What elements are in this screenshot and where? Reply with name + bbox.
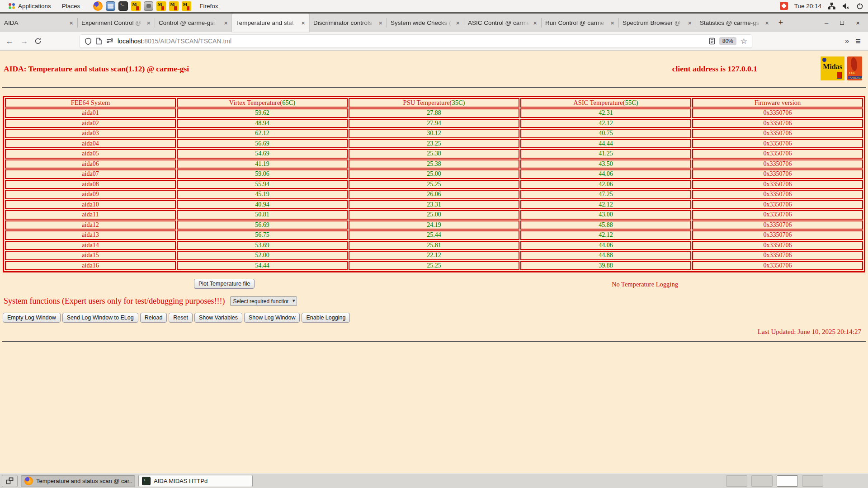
volume-muted-icon[interactable] [842,2,850,10]
browser-tab-2[interactable]: Experiment Control @× [77,14,155,32]
network-icon[interactable] [828,2,835,10]
cell-name: aida02 [5,119,176,128]
show-log-window-button[interactable]: Show Log Window [244,313,300,323]
browser-tab-8[interactable]: Run Control @ carme× [541,14,618,32]
cell-asic: 43.00 [520,210,691,220]
table-row: aida0945.1926.0647.250x3350706 [5,190,863,199]
cell-psu: 25.38 [349,149,519,159]
tab-close-icon[interactable]: × [456,19,460,26]
url-text[interactable]: localhost:8015/AIDA/TSCAN/TSCAN.tml [118,38,705,45]
back-button[interactable]: ← [5,37,14,45]
browser-tab-10[interactable]: Statistics @ carme-gs× [696,14,773,32]
browser-tab-5[interactable]: Discriminator controls× [309,14,387,32]
midas-launcher-icon[interactable] [182,1,191,11]
reader-mode-icon[interactable] [709,38,715,45]
tab-close-icon[interactable]: × [69,19,73,26]
system-function-select[interactable]: Select required function [230,296,297,306]
site-permissions-icon[interactable] [106,38,113,44]
tcl-powered-logo: TCL POWERED [847,56,862,80]
midas-launcher-icon[interactable] [169,1,179,11]
terminal-launcher-icon[interactable] [118,1,128,11]
table-row: aida0159.6227.8842.310x3350706 [5,108,863,118]
tab-close-icon[interactable]: × [688,19,692,26]
firefox-launcher-icon[interactable] [93,1,103,11]
cell-name: aida15 [5,251,176,260]
tab-close-icon[interactable]: × [301,19,305,26]
taskbar-task-2[interactable]: AIDA MIDAS HTTPd [138,475,253,487]
clock[interactable]: Tue 20:14 [794,3,821,9]
cell-psu: 27.94 [349,119,519,128]
workspace-2[interactable] [751,475,773,487]
reset-button[interactable]: Reset [169,313,193,323]
show-desktop-button[interactable] [2,475,18,487]
maximize-button[interactable] [840,21,844,25]
cell-psu: 23.25 [349,139,519,149]
cell-psu: 30.12 [349,129,519,138]
workspace-4[interactable] [802,475,823,487]
new-tab-button[interactable]: + [773,14,788,32]
midas-launcher-icon[interactable] [131,1,141,11]
cell-asic: 44.88 [520,251,691,260]
notification-icon[interactable] [780,2,788,10]
empty-log-window-button[interactable]: Empty Log Window [3,313,61,323]
cell-firmware: 0x3350706 [692,251,863,260]
url-bar[interactable]: localhost:8015/AIDA/TSCAN/TSCAN.tml 80% … [80,34,752,48]
cell-asic: 43.50 [520,160,691,169]
browser-tab-7[interactable]: ASIC Control @ carme× [464,14,541,32]
cell-psu: 23.31 [349,200,519,210]
page-info-icon[interactable] [96,38,102,45]
tab-label: Discriminator controls [313,19,377,26]
zoom-level-badge[interactable]: 80% [719,37,736,45]
reload-button[interactable]: Reload [140,313,167,323]
workspace-3-current[interactable] [777,475,798,487]
taskbar-task-1[interactable]: Temperature and status scan @ car... [21,475,135,487]
cell-virtex: 54.44 [177,261,348,271]
bookmark-star-icon[interactable]: ☆ [741,37,747,46]
plot-temperature-file-button[interactable]: Plot Temperature file [194,279,255,289]
tab-close-icon[interactable]: × [378,19,382,26]
table-row: aida0248.9427.9442.120x3350706 [5,119,863,128]
midas-launcher-icon[interactable] [156,1,166,11]
minimize-button[interactable]: – [825,19,828,26]
send-log-window-to-elog-button[interactable]: Send Log Window to ELog [62,313,138,323]
browser-tab-6[interactable]: System wide Checks (× [387,14,464,32]
tracking-shield-icon[interactable] [85,38,92,45]
app-menu-button[interactable]: ≡ [855,36,861,47]
column-header: Virtex Temperature(65C) [177,98,348,108]
power-icon[interactable] [856,2,863,9]
cell-virtex: 52.00 [177,251,348,260]
tab-close-icon[interactable]: × [146,19,151,26]
toolbar-overflow-button[interactable]: » [845,37,849,46]
log-button-row: Empty Log WindowSend Log Window to ELogR… [3,313,868,323]
tab-close-icon[interactable]: × [533,19,537,26]
tab-close-icon[interactable]: × [224,19,228,26]
workspace-1[interactable] [726,475,747,487]
cell-virtex: 50.81 [177,210,348,220]
close-window-button[interactable]: × [856,19,860,26]
cell-psu: 25.25 [349,261,519,271]
browser-tab-1[interactable]: AIDA× [0,14,77,32]
table-row: aida0641.1925.3843.500x3350706 [5,160,863,169]
cell-virtex: 56.69 [177,139,348,149]
tab-close-icon[interactable]: × [610,19,614,26]
enable-logging-button[interactable]: Enable Logging [302,313,350,323]
table-row: aida1654.4425.2539.880x3350706 [5,261,863,271]
taskbar: Temperature and status scan @ car...AIDA… [0,473,868,488]
cell-psu: 25.38 [349,160,519,169]
applications-menu[interactable]: Applications [5,0,55,12]
tab-close-icon[interactable]: × [765,19,769,26]
divider-top [2,87,866,88]
table-row: aida1356.7525.4442.120x3350706 [5,230,863,240]
browser-tab-4[interactable]: Temperature and stat× [232,14,309,32]
cell-name: aida03 [5,129,176,138]
browser-tab-3[interactable]: Control @ carme-gsi× [155,14,232,32]
reload-button[interactable] [34,38,42,45]
show-variables-button[interactable]: Show Variables [194,313,242,323]
forward-button[interactable]: → [20,37,28,45]
browser-tab-9[interactable]: Spectrum Browser @× [618,14,696,32]
screenshot-launcher-icon[interactable] [144,1,153,11]
cell-name: aida06 [5,160,176,169]
cell-asic: 42.12 [520,119,691,128]
files-launcher-icon[interactable] [106,1,115,11]
places-menu[interactable]: Places [58,0,85,12]
